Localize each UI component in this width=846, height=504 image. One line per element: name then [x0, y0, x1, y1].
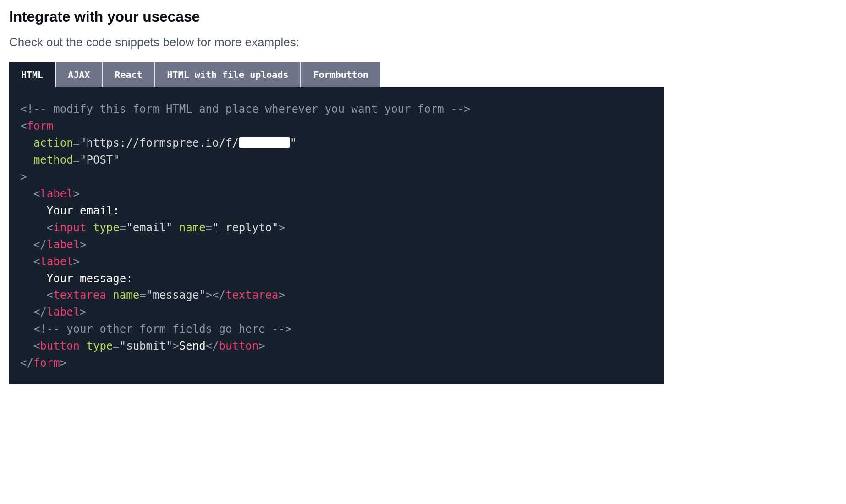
- code-punct: >: [279, 289, 285, 301]
- code-attr-name: name: [179, 221, 206, 234]
- tab-formbutton[interactable]: Formbutton: [301, 62, 380, 87]
- code-eq: =: [120, 221, 126, 234]
- code-str-quote: ": [80, 137, 86, 149]
- code-tag-textarea-close: textarea: [225, 289, 279, 301]
- code-str-textarea-name: message: [153, 289, 199, 301]
- code-str-quote: ": [126, 221, 132, 234]
- code-eq: =: [206, 221, 212, 234]
- code-attr-method: method: [33, 153, 73, 166]
- code-punct: </: [33, 306, 47, 318]
- code-punct: <: [33, 187, 40, 200]
- code-punct: >: [73, 255, 80, 268]
- code-punct: >: [279, 221, 285, 234]
- code-punct: <: [33, 340, 40, 352]
- code-punct: </: [206, 340, 219, 352]
- code-punct: <: [20, 120, 27, 132]
- code-punct: >: [73, 187, 80, 200]
- code-punct: >: [60, 356, 66, 369]
- code-attr-type: type: [87, 340, 113, 352]
- code-str-quote: ": [290, 137, 297, 149]
- code-str-input-name: _replyto: [219, 221, 272, 234]
- section-subheading: Check out the code snippets below for mo…: [9, 35, 837, 49]
- code-eq: =: [139, 289, 146, 301]
- code-tag-input: input: [53, 221, 86, 234]
- code-str-quote: ": [166, 340, 172, 352]
- code-punct: </: [20, 356, 33, 369]
- code-str-action-prefix: https://formspree.io/f/: [87, 137, 239, 149]
- code-tag-form-close: form: [33, 356, 60, 369]
- redacted-form-id: [239, 137, 290, 148]
- code-attr-type: type: [93, 221, 120, 234]
- code-tag-label-open: label: [40, 187, 73, 200]
- code-punct: <: [33, 255, 40, 268]
- code-attr-action: action: [33, 137, 73, 149]
- code-str-button-type: submit: [126, 340, 166, 352]
- code-str-quote: ": [272, 221, 278, 234]
- tab-html[interactable]: HTML: [9, 62, 56, 87]
- code-str-input-type: email: [133, 221, 166, 234]
- code-punct: >: [258, 340, 265, 352]
- code-tag-button-open: button: [40, 340, 80, 352]
- code-punct: <: [47, 289, 53, 301]
- code-eq: =: [113, 340, 119, 352]
- code-punct: </: [33, 238, 47, 251]
- code-block: <!-- modify this form HTML and place whe…: [20, 101, 653, 372]
- code-punct: >: [172, 340, 179, 352]
- section-heading: Integrate with your usecase: [9, 8, 837, 25]
- code-str-quote: ": [199, 289, 205, 301]
- code-str-quote: ": [113, 153, 119, 166]
- tab-ajax[interactable]: AJAX: [56, 62, 103, 87]
- code-punct: ></: [206, 289, 225, 301]
- code-eq: =: [73, 137, 80, 149]
- code-tag-label-close: label: [47, 306, 80, 318]
- code-punct: >: [80, 306, 86, 318]
- code-tag-label-open: label: [40, 255, 73, 268]
- code-str-quote: ": [212, 221, 219, 234]
- code-comment-mid: <!-- your other form fields go here -->: [33, 323, 292, 335]
- code-tag-button-close: button: [219, 340, 259, 352]
- code-tag-form-open: form: [27, 120, 53, 132]
- code-str-method: POST: [87, 153, 113, 166]
- tab-html-file-uploads[interactable]: HTML with file uploads: [155, 62, 302, 87]
- code-str-quote: ": [120, 340, 126, 352]
- code-panel: <!-- modify this form HTML and place whe…: [9, 87, 664, 384]
- tab-react[interactable]: React: [103, 62, 155, 87]
- code-text-message-label: Your message:: [47, 272, 133, 285]
- code-str-quote: ": [80, 153, 86, 166]
- code-text-button: Send: [179, 340, 206, 352]
- code-attr-name: name: [113, 289, 139, 301]
- code-str-quote: ": [146, 289, 153, 301]
- code-tabs: HTML AJAX React HTML with file uploads F…: [9, 62, 379, 87]
- code-eq: =: [73, 153, 80, 166]
- code-punct: <: [47, 221, 53, 234]
- code-tag-textarea-open: textarea: [53, 289, 106, 301]
- code-str-quote: ": [166, 221, 172, 234]
- code-comment-top: <!-- modify this form HTML and place whe…: [20, 103, 471, 115]
- code-punct: >: [20, 170, 27, 183]
- code-text-email-label: Your email:: [47, 204, 120, 217]
- code-tag-label-close: label: [47, 238, 80, 251]
- code-punct: >: [80, 238, 86, 251]
